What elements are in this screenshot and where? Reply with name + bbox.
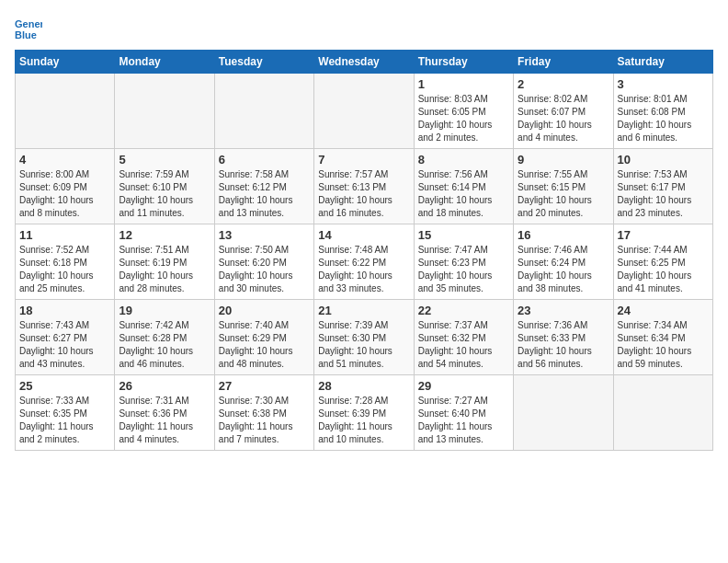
day-number: 27 — [219, 379, 310, 393]
day-info: Sunrise: 7:33 AM Sunset: 6:35 PM Dayligh… — [19, 395, 110, 446]
calendar-cell: 14Sunrise: 7:48 AM Sunset: 6:22 PM Dayli… — [314, 224, 414, 300]
day-info: Sunrise: 7:56 AM Sunset: 6:14 PM Dayligh… — [418, 168, 509, 220]
calendar-cell: 23Sunrise: 7:36 AM Sunset: 6:33 PM Dayli… — [514, 300, 613, 375]
calendar-header-saturday: Saturday — [613, 51, 712, 74]
day-info: Sunrise: 7:58 AM Sunset: 6:12 PM Dayligh… — [219, 168, 310, 220]
calendar-cell: 9Sunrise: 7:55 AM Sunset: 6:15 PM Daylig… — [514, 149, 613, 224]
calendar-cell — [613, 375, 712, 451]
calendar-cell: 27Sunrise: 7:30 AM Sunset: 6:38 PM Dayli… — [214, 375, 313, 451]
day-number: 5 — [119, 153, 210, 167]
calendar-cell: 29Sunrise: 7:27 AM Sunset: 6:40 PM Dayli… — [414, 375, 513, 451]
day-info: Sunrise: 7:30 AM Sunset: 6:38 PM Dayligh… — [219, 395, 310, 446]
day-info: Sunrise: 7:47 AM Sunset: 6:23 PM Dayligh… — [418, 244, 509, 295]
calendar-header-tuesday: Tuesday — [214, 51, 313, 74]
day-number: 10 — [618, 153, 709, 167]
day-number: 25 — [19, 379, 110, 393]
day-info: Sunrise: 7:27 AM Sunset: 6:40 PM Dayligh… — [418, 395, 509, 446]
calendar-cell: 24Sunrise: 7:34 AM Sunset: 6:34 PM Dayli… — [613, 300, 712, 375]
day-number: 28 — [318, 379, 409, 393]
calendar-cell: 7Sunrise: 7:57 AM Sunset: 6:13 PM Daylig… — [314, 149, 414, 224]
day-info: Sunrise: 7:31 AM Sunset: 6:36 PM Dayligh… — [119, 395, 210, 446]
calendar-cell: 16Sunrise: 7:46 AM Sunset: 6:24 PM Dayli… — [514, 224, 613, 300]
day-info: Sunrise: 7:59 AM Sunset: 6:10 PM Dayligh… — [119, 168, 210, 220]
svg-text:Blue: Blue — [15, 29, 37, 40]
logo: General Blue — [15, 15, 46, 42]
day-number: 12 — [119, 228, 210, 242]
calendar-cell: 19Sunrise: 7:42 AM Sunset: 6:28 PM Dayli… — [115, 300, 214, 375]
calendar-cell — [314, 74, 414, 149]
calendar-header-sunday: Sunday — [16, 51, 115, 74]
calendar-cell — [514, 375, 613, 451]
day-info: Sunrise: 7:48 AM Sunset: 6:22 PM Dayligh… — [318, 244, 409, 295]
day-number: 14 — [318, 228, 409, 242]
day-number: 9 — [518, 153, 609, 167]
day-number: 20 — [219, 304, 310, 317]
calendar-cell — [16, 74, 115, 149]
day-number: 11 — [19, 228, 110, 242]
calendar-cell: 1Sunrise: 8:03 AM Sunset: 6:05 PM Daylig… — [414, 74, 513, 149]
calendar-cell: 15Sunrise: 7:47 AM Sunset: 6:23 PM Dayli… — [414, 224, 513, 300]
day-info: Sunrise: 8:02 AM Sunset: 6:07 PM Dayligh… — [518, 93, 609, 144]
calendar-cell — [214, 74, 313, 149]
day-number: 6 — [219, 153, 310, 167]
calendar-header-wednesday: Wednesday — [314, 51, 414, 74]
calendar-cell: 10Sunrise: 7:53 AM Sunset: 6:17 PM Dayli… — [613, 149, 712, 224]
day-info: Sunrise: 8:00 AM Sunset: 6:09 PM Dayligh… — [19, 168, 110, 220]
day-number: 7 — [318, 153, 409, 167]
calendar-cell: 25Sunrise: 7:33 AM Sunset: 6:35 PM Dayli… — [16, 375, 115, 451]
day-info: Sunrise: 7:43 AM Sunset: 6:27 PM Dayligh… — [19, 319, 110, 371]
day-info: Sunrise: 7:55 AM Sunset: 6:15 PM Dayligh… — [518, 168, 609, 220]
calendar-header-friday: Friday — [514, 51, 613, 74]
day-number: 19 — [119, 304, 210, 317]
day-info: Sunrise: 7:40 AM Sunset: 6:29 PM Dayligh… — [219, 319, 310, 371]
day-number: 21 — [318, 304, 409, 317]
calendar-cell: 5Sunrise: 7:59 AM Sunset: 6:10 PM Daylig… — [115, 149, 214, 224]
calendar-cell — [115, 74, 214, 149]
calendar-week-row: 4Sunrise: 8:00 AM Sunset: 6:09 PM Daylig… — [16, 149, 713, 224]
day-number: 23 — [518, 304, 609, 317]
day-number: 29 — [418, 379, 509, 393]
calendar-header-monday: Monday — [115, 51, 214, 74]
day-number: 22 — [418, 304, 509, 317]
header: General Blue — [15, 15, 713, 42]
day-number: 16 — [518, 228, 609, 242]
day-number: 17 — [618, 228, 709, 242]
day-number: 8 — [418, 153, 509, 167]
day-info: Sunrise: 7:42 AM Sunset: 6:28 PM Dayligh… — [119, 319, 210, 371]
calendar-cell: 13Sunrise: 7:50 AM Sunset: 6:20 PM Dayli… — [214, 224, 313, 300]
calendar-cell: 4Sunrise: 8:00 AM Sunset: 6:09 PM Daylig… — [16, 149, 115, 224]
calendar-cell: 22Sunrise: 7:37 AM Sunset: 6:32 PM Dayli… — [414, 300, 513, 375]
day-info: Sunrise: 7:53 AM Sunset: 6:17 PM Dayligh… — [618, 168, 709, 220]
calendar-cell: 12Sunrise: 7:51 AM Sunset: 6:19 PM Dayli… — [115, 224, 214, 300]
day-number: 13 — [219, 228, 310, 242]
calendar-cell: 17Sunrise: 7:44 AM Sunset: 6:25 PM Dayli… — [613, 224, 712, 300]
calendar-cell: 8Sunrise: 7:56 AM Sunset: 6:14 PM Daylig… — [414, 149, 513, 224]
day-number: 24 — [618, 304, 709, 317]
calendar-header-row: SundayMondayTuesdayWednesdayThursdayFrid… — [16, 51, 713, 74]
day-info: Sunrise: 7:52 AM Sunset: 6:18 PM Dayligh… — [19, 244, 110, 295]
day-info: Sunrise: 7:39 AM Sunset: 6:30 PM Dayligh… — [318, 319, 409, 371]
calendar-header-thursday: Thursday — [414, 51, 513, 74]
day-info: Sunrise: 7:51 AM Sunset: 6:19 PM Dayligh… — [119, 244, 210, 295]
day-number: 1 — [418, 77, 509, 91]
day-info: Sunrise: 7:44 AM Sunset: 6:25 PM Dayligh… — [618, 244, 709, 295]
day-info: Sunrise: 7:36 AM Sunset: 6:33 PM Dayligh… — [518, 319, 609, 371]
day-info: Sunrise: 7:46 AM Sunset: 6:24 PM Dayligh… — [518, 244, 609, 295]
day-info: Sunrise: 8:01 AM Sunset: 6:08 PM Dayligh… — [618, 93, 709, 144]
logo-icon: General Blue — [15, 15, 42, 42]
calendar-cell: 18Sunrise: 7:43 AM Sunset: 6:27 PM Dayli… — [16, 300, 115, 375]
calendar-cell: 2Sunrise: 8:02 AM Sunset: 6:07 PM Daylig… — [514, 74, 613, 149]
calendar-cell: 3Sunrise: 8:01 AM Sunset: 6:08 PM Daylig… — [613, 74, 712, 149]
day-info: Sunrise: 7:57 AM Sunset: 6:13 PM Dayligh… — [318, 168, 409, 220]
svg-text:General: General — [15, 18, 42, 29]
calendar-cell: 6Sunrise: 7:58 AM Sunset: 6:12 PM Daylig… — [214, 149, 313, 224]
day-info: Sunrise: 7:37 AM Sunset: 6:32 PM Dayligh… — [418, 319, 509, 371]
day-info: Sunrise: 7:50 AM Sunset: 6:20 PM Dayligh… — [219, 244, 310, 295]
calendar-cell: 11Sunrise: 7:52 AM Sunset: 6:18 PM Dayli… — [16, 224, 115, 300]
day-number: 26 — [119, 379, 210, 393]
day-number: 15 — [418, 228, 509, 242]
calendar-week-row: 18Sunrise: 7:43 AM Sunset: 6:27 PM Dayli… — [16, 300, 713, 375]
calendar-cell: 26Sunrise: 7:31 AM Sunset: 6:36 PM Dayli… — [115, 375, 214, 451]
day-number: 3 — [618, 77, 709, 91]
day-number: 4 — [19, 153, 110, 167]
